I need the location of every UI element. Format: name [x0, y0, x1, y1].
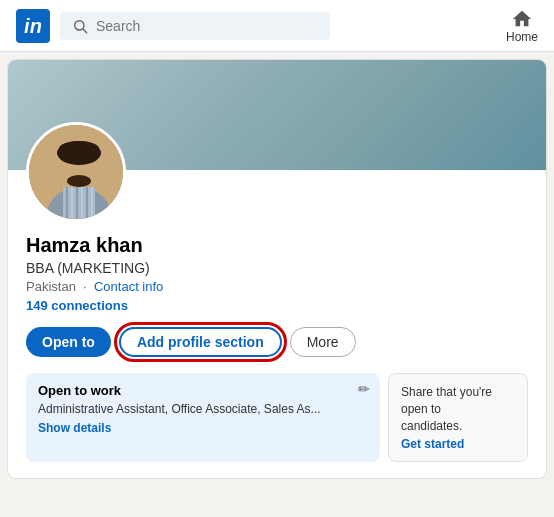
search-input[interactable] — [96, 18, 318, 34]
action-buttons: Open to Add profile section More — [8, 313, 546, 373]
share-card: Share that you're open to candidates. Ge… — [388, 373, 528, 462]
bottom-section: Open to work Administrative Assistant, O… — [8, 373, 546, 478]
share-text: Share that you're open to candidates. — [401, 384, 515, 434]
location-text: Pakistan — [26, 279, 76, 294]
open-to-work-title: Open to work — [38, 383, 368, 398]
avatar-image — [29, 125, 123, 219]
profile-location: Pakistan · Contact info — [26, 279, 528, 294]
profile-name: Hamza khan — [26, 232, 528, 258]
navbar: in Home — [0, 0, 554, 52]
search-icon — [72, 18, 88, 34]
logo-text: in — [24, 16, 42, 36]
profile-title: BBA (MARKETING) — [26, 260, 528, 276]
edit-pencil-icon[interactable]: ✏ — [358, 381, 370, 397]
profile-info: Hamza khan BBA (MARKETING) Pakistan · Co… — [8, 226, 546, 313]
open-to-button[interactable]: Open to — [26, 327, 111, 357]
show-details-link[interactable]: Show details — [38, 421, 368, 435]
svg-line-1 — [83, 29, 87, 33]
home-label: Home — [506, 30, 538, 44]
share-text-main: Share that you're open to — [401, 385, 492, 416]
connections-count[interactable]: 149 connections — [26, 298, 528, 313]
avatar — [26, 122, 126, 222]
share-text-sub: candidates. — [401, 419, 462, 433]
contact-info-link[interactable]: Contact info — [94, 279, 163, 294]
add-profile-section-button[interactable]: Add profile section — [119, 327, 282, 357]
open-to-work-description: Administrative Assistant, Office Associa… — [38, 401, 368, 418]
profile-card: Hamza khan BBA (MARKETING) Pakistan · Co… — [8, 60, 546, 478]
linkedin-logo[interactable]: in — [16, 9, 50, 43]
open-to-work-card: Open to work Administrative Assistant, O… — [26, 373, 380, 462]
search-bar[interactable] — [60, 12, 330, 40]
get-started-link[interactable]: Get started — [401, 437, 515, 451]
home-icon — [511, 8, 533, 30]
svg-point-7 — [67, 175, 91, 187]
svg-point-6 — [59, 141, 99, 157]
home-nav-item[interactable]: Home — [506, 8, 538, 44]
more-button[interactable]: More — [290, 327, 356, 357]
